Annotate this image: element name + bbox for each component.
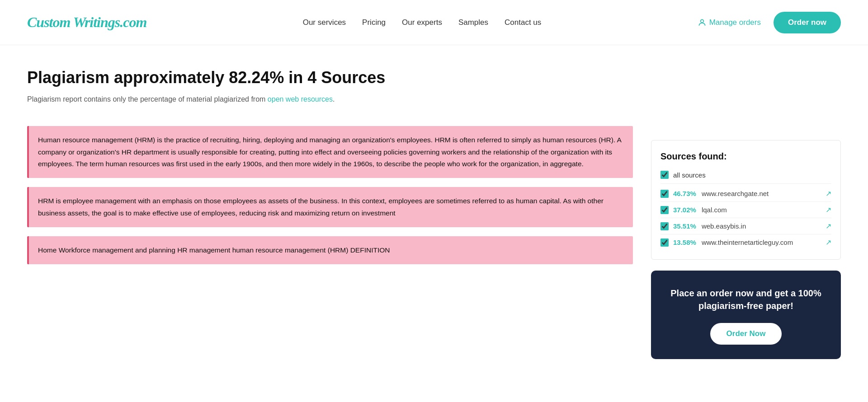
navbar: Custom Writings.com Our services Pricing…: [0, 0, 868, 45]
all-sources-label: all sources: [673, 171, 706, 179]
all-sources-checkbox[interactable]: [660, 171, 669, 179]
source-item-2: 35.51% web.easybis.in ↗: [660, 218, 831, 234]
nav-links: Our services Pricing Our experts Samples…: [303, 18, 542, 27]
source-checkbox-1[interactable]: [660, 206, 669, 214]
subtitle: Plagiarism report contains only the perc…: [27, 95, 633, 103]
user-icon: [698, 18, 707, 27]
cta-order-button[interactable]: Order Now: [710, 323, 782, 345]
source-checkbox-3[interactable]: [660, 238, 669, 247]
plagiarism-paragraph-3: Home Workforce management and planning H…: [27, 236, 633, 264]
source-item-0: 46.73% www.researchgate.net ↗: [660, 186, 831, 202]
nav-contact-us[interactable]: Contact us: [505, 18, 541, 27]
sources-title: Sources found:: [660, 151, 831, 162]
source-url-3: www.theinternetarticleguy.com: [702, 238, 793, 246]
nav-our-experts[interactable]: Our experts: [402, 18, 442, 27]
svg-point-0: [700, 19, 703, 23]
sidebar: Sources found: all sources 46.73% www.re…: [651, 140, 841, 359]
source-item-3: 13.58% www.theinternetarticleguy.com ↗: [660, 234, 831, 250]
source-checkbox-2[interactable]: [660, 222, 669, 230]
source-pct-0: 46.73%: [673, 190, 696, 197]
nav-samples[interactable]: Samples: [458, 18, 488, 27]
external-link-icon-0[interactable]: ↗: [826, 189, 831, 198]
source-pct-2: 35.51%: [673, 222, 696, 230]
source-checkbox-0[interactable]: [660, 190, 669, 198]
source-item-1: 37.02% lqal.com ↗: [660, 202, 831, 218]
main-layout: Plagiarism approximately 82.24% in 4 Sou…: [0, 45, 868, 377]
external-link-icon-1[interactable]: ↗: [826, 206, 831, 214]
external-link-icon-3[interactable]: ↗: [826, 238, 831, 247]
open-web-resources-link[interactable]: open web resources: [268, 95, 333, 103]
plagiarism-paragraph-2: HRM is employee management with an empha…: [27, 187, 633, 227]
content-area: Plagiarism approximately 82.24% in 4 Sou…: [27, 68, 633, 359]
order-now-button[interactable]: Order now: [774, 12, 841, 33]
page-title: Plagiarism approximately 82.24% in 4 Sou…: [27, 68, 633, 87]
external-link-icon-2[interactable]: ↗: [826, 222, 831, 230]
nav-our-services[interactable]: Our services: [303, 18, 346, 27]
cta-text: Place an order now and get a 100% plagia…: [664, 287, 828, 312]
nav-pricing[interactable]: Pricing: [362, 18, 386, 27]
all-sources-row: all sources: [660, 171, 831, 184]
source-url-1: lqal.com: [702, 206, 727, 214]
source-url-2: web.easybis.in: [702, 222, 746, 230]
source-pct-1: 37.02%: [673, 206, 696, 214]
sources-panel: Sources found: all sources 46.73% www.re…: [651, 140, 841, 260]
logo[interactable]: Custom Writings.com: [27, 14, 146, 31]
manage-orders-link[interactable]: Manage orders: [698, 18, 761, 27]
cta-banner: Place an order now and get a 100% plagia…: [651, 271, 841, 359]
plagiarism-paragraph-1: Human resource management (HRM) is the p…: [27, 126, 633, 178]
source-url-0: www.researchgate.net: [702, 190, 769, 197]
source-pct-3: 13.58%: [673, 238, 696, 246]
